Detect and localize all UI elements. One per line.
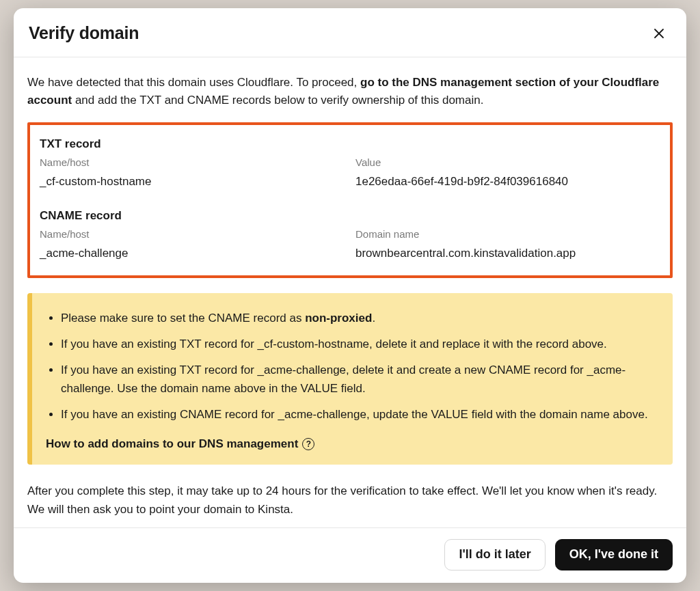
close-icon <box>654 28 664 39</box>
intro-tail: and add the TXT and CNAME records below … <box>72 94 483 107</box>
note-item-2: If you have an existing TXT record for _… <box>61 335 658 353</box>
txt-record-grid: Name/host _cf-custom-hostname Value 1e26… <box>40 156 658 189</box>
cname-name-value: _acme-challenge <box>40 247 342 260</box>
txt-record-heading: TXT record <box>40 137 658 151</box>
help-link-text: How to add domains to our DNS management <box>46 437 298 451</box>
note-item-1: Please make sure to set the CNAME record… <box>61 310 658 327</box>
note1-post: . <box>372 312 375 325</box>
txt-name-value: _cf-custom-hostname <box>40 175 342 189</box>
cname-name-label: Name/host <box>40 228 342 240</box>
txt-value-value: 1e26edaa-66ef-419d-b9f2-84f039616840 <box>355 175 658 189</box>
outro-text: After you complete this step, it may tak… <box>27 482 673 519</box>
txt-value-label: Value <box>355 156 658 168</box>
background-blurred-text <box>0 96 12 506</box>
notes-list: Please make sure to set the CNAME record… <box>46 310 658 424</box>
modal-header: Verify domain <box>14 8 686 57</box>
note1-pre: Please make sure to set the CNAME record… <box>61 312 305 325</box>
intro-text: We have detected that this domain uses C… <box>27 74 673 110</box>
modal-title: Verify domain <box>29 23 139 43</box>
note1-bold: non-proxied <box>305 312 372 325</box>
cname-record-grid: Name/host _acme-challenge Domain name br… <box>40 228 658 260</box>
modal-footer: I'll do it later OK, I've done it <box>14 527 686 583</box>
modal-body: We have detected that this domain uses C… <box>14 57 686 527</box>
cname-record-heading: CNAME record <box>40 209 658 223</box>
cname-value-label: Domain name <box>355 228 658 240</box>
intro-lead: We have detected that this domain uses C… <box>27 76 360 89</box>
txt-name-col: Name/host _cf-custom-hostname <box>40 156 342 189</box>
note-item-3: If you have an existing TXT record for _… <box>61 361 658 398</box>
cname-value-value: brownbearcentral.com.kinstavalidation.ap… <box>355 247 658 260</box>
help-link[interactable]: How to add domains to our DNS management… <box>46 437 314 451</box>
txt-value-col: Value 1e26edaa-66ef-419d-b9f2-84f0396168… <box>355 156 658 189</box>
do-it-later-button[interactable]: I'll do it later <box>444 539 545 571</box>
records-highlight-box: TXT record Name/host _cf-custom-hostname… <box>27 122 673 278</box>
txt-name-label: Name/host <box>40 156 342 168</box>
question-circle-icon: ? <box>302 438 314 450</box>
close-button[interactable] <box>649 24 669 43</box>
ok-done-button[interactable]: OK, I've done it <box>555 539 673 571</box>
cname-name-col: Name/host _acme-challenge <box>40 228 342 260</box>
notes-callout: Please make sure to set the CNAME record… <box>27 293 673 465</box>
note-item-4: If you have an existing CNAME record for… <box>61 406 658 424</box>
verify-domain-modal: Verify domain We have detected that this… <box>14 8 686 583</box>
cname-value-col: Domain name brownbearcentral.com.kinstav… <box>355 228 658 260</box>
